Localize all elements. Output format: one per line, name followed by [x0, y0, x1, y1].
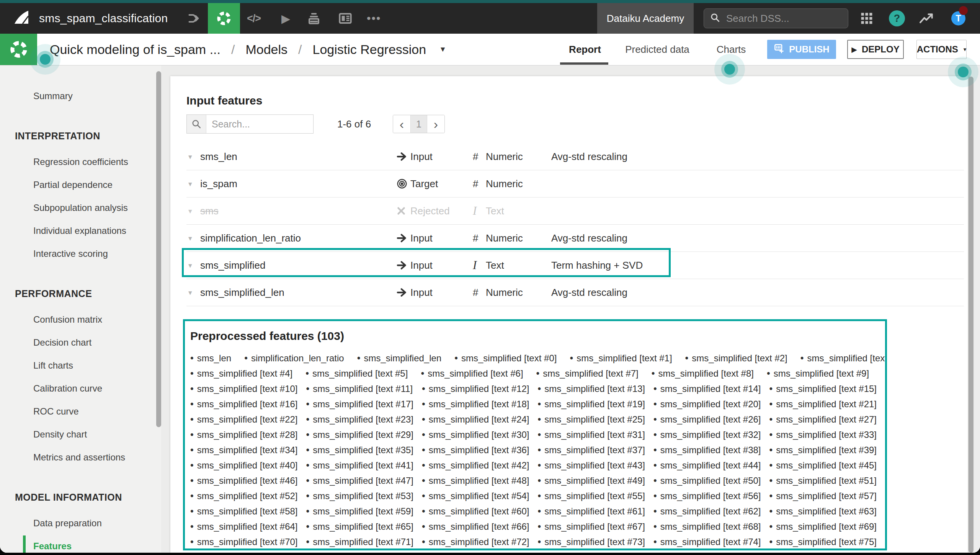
breadcrumb-analysis[interactable]: Quick modeling of is_spam ...	[50, 42, 220, 57]
expand-caret-icon[interactable]: ▾	[188, 198, 192, 224]
expand-caret-icon[interactable]: ▾	[188, 225, 192, 251]
tab-predicted-data[interactable]: Predicted data	[625, 44, 689, 56]
code-icon[interactable]: </>	[247, 13, 261, 24]
sidebar-item-interactive-scoring[interactable]: Interactive scoring	[0, 242, 161, 265]
sidebar-item-confusion-matrix[interactable]: Confusion matrix	[0, 308, 161, 331]
apps-grid-icon[interactable]	[860, 11, 874, 25]
sidebar-item-roc-curve[interactable]: ROC curve	[0, 400, 161, 423]
numeric-type-icon: #	[473, 232, 478, 244]
preprocessed-row: sms_lensimplification_len_ratiosms_simpl…	[190, 350, 885, 366]
onboarding-beacon[interactable]	[958, 67, 969, 77]
feature-name: sms_simplified_len	[200, 279, 284, 306]
feature-type: Text	[486, 252, 504, 279]
feature-row-sms_len[interactable]: ▾sms_lenInput#NumericAvg-std rescaling	[186, 143, 964, 170]
expand-caret-icon[interactable]: ▾	[188, 252, 192, 279]
sidebar-item-lift-charts[interactable]: Lift charts	[0, 354, 161, 377]
help-icon[interactable]: ?	[889, 10, 905, 26]
preprocessed-feature: sms_simplified [text #9]	[767, 368, 869, 379]
preprocessed-feature: sms_simplified [text #24]	[422, 414, 538, 425]
sidebar-item-individual-explanations[interactable]: Individual explanations	[0, 219, 161, 242]
onboarding-beacon[interactable]	[724, 64, 735, 75]
sidebar-item-calibration-curve[interactable]: Calibration curve	[0, 377, 161, 400]
preprocessed-feature: sms_simplified_len	[357, 353, 442, 364]
feature-row-sms_simplified_len[interactable]: ▾sms_simplified_lenInput#NumericAvg-std …	[186, 279, 964, 306]
pagination-range: 1-6 of 6	[337, 114, 371, 134]
feature-role: Input	[410, 279, 433, 306]
feature-type: Numeric	[486, 279, 523, 306]
sidebar-item-regression-coefficients[interactable]: Regression coefficients	[0, 150, 161, 173]
preprocessed-feature: sms_simplified [text #37]	[538, 444, 654, 455]
main-scrollbar[interactable]	[969, 77, 973, 553]
sidebar-item-partial-dependence[interactable]: Partial dependence	[0, 173, 161, 196]
dataiku-bird-logo-icon[interactable]	[11, 7, 32, 30]
publish-button[interactable]: PUBLISH	[767, 40, 836, 59]
actions-label: ACTIONS	[917, 44, 958, 55]
preprocessed-feature: sms_simplified [text #34]	[190, 444, 306, 455]
global-search[interactable]	[704, 8, 848, 28]
global-search-input[interactable]	[725, 12, 842, 25]
sidebar-item-decision-chart[interactable]: Decision chart	[0, 331, 161, 354]
preprocessed-feature: sms_len	[190, 353, 231, 364]
sidebar-item-data-preparation[interactable]: Data preparation	[0, 512, 161, 535]
expand-caret-icon[interactable]: ▾	[188, 279, 192, 306]
preprocessed-feature: sms_simplified [text #49]	[538, 475, 654, 486]
search-icon	[710, 13, 720, 24]
lab-analysis-icon[interactable]	[208, 3, 240, 34]
breadcrumb: Quick modeling of is_spam ... / Models /…	[50, 34, 446, 65]
expand-caret-icon[interactable]: ▾	[188, 143, 192, 170]
feature-row-simplification_len_ratio[interactable]: ▾simplification_len_ratioInput#NumericAv…	[186, 225, 964, 252]
feature-search-input[interactable]	[206, 115, 313, 133]
project-name[interactable]: sms_spam_classification	[39, 12, 168, 25]
feature-row-sms_simplified[interactable]: ▾sms_simplifiedInputITextTerm hashing + …	[186, 252, 964, 279]
sidebar-item-density-chart[interactable]: Density chart	[0, 423, 161, 446]
preprocessed-feature: sms_simplified [text #43]	[538, 460, 654, 471]
input-arrow-icon	[396, 260, 408, 271]
dashboard-icon[interactable]	[338, 11, 353, 26]
preprocessed-row: sms_simplified [text #10]sms_simplified …	[190, 381, 885, 396]
more-menu-icon[interactable]: •••	[367, 12, 381, 25]
actions-button[interactable]: ACTIONS ▾	[916, 40, 967, 59]
sidebar-item-subpopulation-analysis[interactable]: Subpopulation analysis	[0, 196, 161, 219]
preprocessed-feature: sms_simplified [text #7]	[536, 368, 639, 379]
dataiku-academy-tab[interactable]: Dataiku Academy	[597, 3, 694, 34]
sidebar-item-metrics-and-assertions[interactable]: Metrics and assertions	[0, 446, 161, 469]
sidebar-item-summary[interactable]: Summary	[0, 85, 161, 108]
feature-row-is_spam[interactable]: ▾is_spamTarget#Numeric	[186, 170, 964, 198]
deploy-label: DEPLOY	[862, 44, 900, 55]
features-panel: Input features 1-6 of 6 ‹ 1 › ▾sms_lenIn…	[170, 76, 968, 553]
preprocessed-feature: sms_simplified [text #53]	[306, 490, 422, 501]
expand-caret-icon[interactable]: ▾	[188, 170, 192, 197]
trending-icon[interactable]	[919, 11, 934, 26]
preprocessed-feature: sms_simplified [text #51]	[769, 475, 885, 486]
run-icon[interactable]: ▶	[281, 12, 290, 25]
tab-charts[interactable]: Charts	[717, 44, 746, 56]
preprocessed-row: sms_simplified [text #4]sms_simplified […	[190, 366, 885, 381]
deploy-button[interactable]: ▶ DEPLOY	[847, 40, 904, 59]
onboarding-beacon[interactable]	[40, 54, 51, 65]
feature-name: sms_len	[200, 143, 237, 170]
breadcrumb-models[interactable]: Models	[245, 42, 287, 57]
sidebar-item-features[interactable]: Features	[0, 535, 161, 553]
visual-analysis-logo[interactable]	[0, 34, 37, 65]
flow-icon[interactable]	[187, 11, 201, 25]
jobs-stack-icon[interactable]	[306, 11, 322, 26]
main-scrollbar-track	[975, 65, 980, 553]
breadcrumb-separator: /	[298, 42, 302, 57]
preprocessed-feature: sms_simplified [text #29]	[306, 429, 422, 440]
breadcrumb-model-name[interactable]: Logistic Regression	[312, 42, 426, 57]
preprocessed-feature: sms_simplified [text #64]	[190, 521, 306, 532]
preprocessed-feature: sms_simplified [text #47]	[306, 475, 422, 486]
preprocessed-feature: sms_simplified [text #38]	[653, 444, 769, 455]
model-dropdown-caret-icon[interactable]: ▼	[439, 45, 446, 54]
sidebar-scrollbar[interactable]	[156, 71, 161, 427]
feature-type: Numeric	[486, 143, 523, 170]
tab-report[interactable]: Report	[569, 44, 601, 56]
feature-row-sms[interactable]: ▾smsRejectedIText	[186, 198, 964, 225]
prev-page-button[interactable]: ‹	[393, 115, 410, 133]
notification-badge[interactable]	[959, 6, 968, 15]
feature-role: Target	[410, 170, 438, 197]
feature-search[interactable]	[186, 114, 314, 134]
feature-role: Input	[410, 252, 433, 279]
next-page-button[interactable]: ›	[427, 115, 444, 133]
preprocessed-feature: sms_simplified [text #59]	[306, 506, 422, 517]
